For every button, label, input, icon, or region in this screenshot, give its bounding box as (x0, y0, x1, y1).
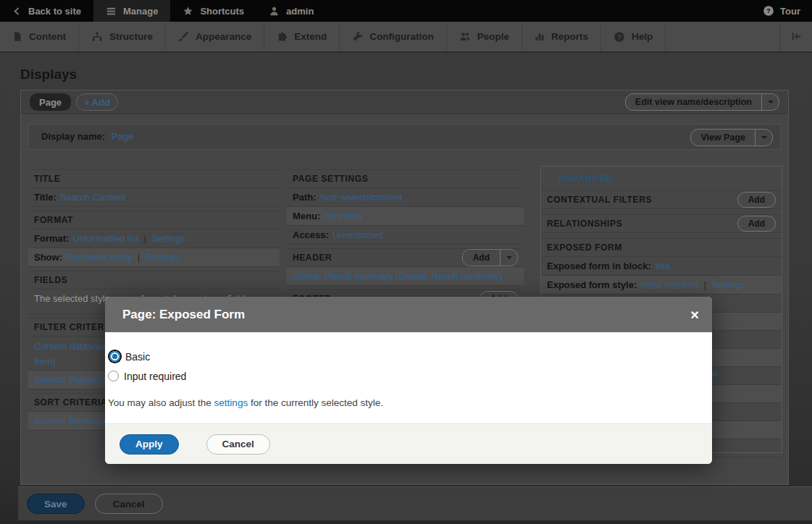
bucket-format: FORMAT Format:Unformatted list|Settings … (28, 211, 280, 267)
display-tab-page[interactable]: Page (30, 93, 71, 111)
show-settings-link[interactable]: Settings (145, 252, 179, 263)
title-link[interactable]: Search Content (60, 192, 125, 203)
menu-item-help[interactable]: ? Help (601, 22, 666, 51)
page-title: Displays (20, 67, 77, 83)
exposed-form-settings-link[interactable]: Settings (711, 279, 745, 290)
view-page-label: View Page (691, 130, 755, 145)
dialog-buttonpane: Apply Cancel (105, 423, 712, 464)
toolbar-tab-manage[interactable]: Manage (93, 0, 170, 22)
apply-button[interactable]: Apply (120, 434, 179, 455)
svg-text:?: ? (617, 33, 621, 41)
menu-label-people: People (477, 31, 509, 42)
menu-item-configuration[interactable]: Configuration (340, 22, 446, 51)
save-button[interactable]: Save (27, 494, 85, 514)
dialog-body: Basic Input required You may also adjust… (105, 332, 712, 423)
menu-link[interactable]: No menu (324, 211, 362, 221)
menu-item-people[interactable]: People (447, 22, 522, 51)
header-add-dropdown[interactable] (500, 250, 517, 266)
wrench-icon (352, 31, 363, 42)
title-row: Title:Search Content (28, 188, 280, 207)
menu-label: Menu: (293, 211, 320, 221)
shortcuts-label: Shortcuts (200, 6, 244, 17)
header-result-summary-row: Global: Result summary (Global: Result s… (287, 267, 524, 286)
radio-input-required-label: Input required (124, 371, 186, 382)
obscured-link-fragment[interactable]: o (712, 368, 717, 379)
bucket-title-header: TITLE (28, 169, 280, 188)
exposed-form-dialog: Page: Exposed Form × Basic Input require… (105, 297, 712, 464)
bar-chart-icon (535, 31, 545, 42)
menu-label-configuration: Configuration (369, 31, 433, 42)
settings-link[interactable]: settings (214, 397, 248, 408)
help-icon: ? (614, 31, 625, 43)
exposed-form-block-link[interactable]: Yes (655, 261, 670, 271)
sitemap-icon (91, 31, 103, 42)
menu-item-extend[interactable]: Extend (264, 22, 340, 51)
svg-text:?: ? (766, 7, 771, 14)
close-icon[interactable]: × (690, 308, 699, 322)
back-to-site-link[interactable]: Back to site (0, 0, 93, 22)
radio-unselected-icon[interactable] (108, 371, 119, 381)
edit-view-name-label: Edit view name/description (626, 94, 761, 110)
back-to-site-label: Back to site (28, 6, 81, 17)
header-add-label[interactable]: Add (463, 250, 500, 266)
exposed-form-style-link[interactable]: Input required (640, 279, 698, 290)
toolbar-tab-admin-user[interactable]: admin (256, 0, 326, 22)
add-display-button[interactable]: +Add (76, 93, 118, 111)
radio-option-basic[interactable]: Basic (108, 347, 698, 365)
show-row: Show:Rendered entity|Settings (28, 248, 280, 267)
menu-item-content[interactable]: Content (0, 22, 79, 51)
dialog-cancel-button[interactable]: Cancel (206, 434, 270, 455)
show-label: Show: (34, 252, 62, 263)
view-page-button[interactable]: View Page (690, 129, 773, 146)
star-icon (183, 6, 193, 17)
note-prefix: You may also adjust the (108, 397, 214, 408)
view-page-dropdown[interactable] (755, 130, 772, 145)
tour-help-icon: ? (763, 5, 774, 17)
dialog-note: You may also adjust the settings for the… (108, 397, 698, 408)
format-settings-link[interactable]: Settings (151, 233, 185, 244)
menu-label-content: Content (29, 31, 66, 42)
hamburger-icon (106, 6, 117, 17)
access-link[interactable]: Unrestricted (332, 229, 383, 240)
exposed-form-style-label: Exposed form style: (547, 279, 637, 290)
bucket-format-header: FORMAT (28, 211, 280, 229)
admin-toolbar-tray: Content Structure Appearance Extend Conf… (0, 22, 812, 53)
toolbar-collapse-button[interactable] (779, 22, 812, 51)
result-summary-link[interactable]: Global: Result summary (Global: Result s… (293, 271, 503, 282)
toolbar-tab-shortcuts[interactable]: Shortcuts (170, 0, 256, 22)
display-tabs-bar: Page +Add Edit view name/description (21, 90, 788, 114)
collapse-left-icon (790, 30, 803, 43)
radio-option-input-required[interactable]: Input required (108, 367, 698, 385)
tour-button[interactable]: ? Tour (751, 0, 812, 22)
admin-user-label: admin (286, 6, 314, 17)
tour-label: Tour (780, 6, 800, 17)
edit-view-dropdown[interactable] (761, 94, 779, 110)
cancel-button[interactable]: Cancel (95, 494, 163, 514)
title-label: Title: (34, 192, 56, 203)
plus-icon: + (84, 97, 90, 108)
radio-selected-icon[interactable] (109, 351, 120, 362)
contextual-filters-add-button[interactable]: Add (737, 192, 776, 208)
display-name-link[interactable]: Page (112, 131, 133, 142)
format-link[interactable]: Unformatted list (72, 233, 138, 244)
dialog-titlebar[interactable]: Page: Exposed Form × (105, 297, 712, 332)
user-icon (269, 6, 280, 17)
bucket-page-settings: PAGE SETTINGS Path:/solr-search/content … (287, 169, 524, 245)
puzzle-icon (277, 31, 288, 42)
menu-item-structure[interactable]: Structure (79, 22, 166, 51)
advanced-toggle[interactable]: ADVANCED (541, 166, 782, 190)
relationships-add-button[interactable]: Add (737, 216, 776, 232)
show-link[interactable]: Rendered entity (66, 252, 133, 263)
menu-item-appearance[interactable]: Appearance (166, 22, 264, 51)
path-link[interactable]: /solr-search/content (320, 192, 403, 203)
header-add-button[interactable]: Add (462, 249, 518, 266)
note-suffix: for the currently selected style. (248, 397, 383, 408)
bucket-exposed-form-header: EXPOSED FORM (541, 238, 782, 257)
display-name-label: Display name: (41, 131, 105, 142)
menu-label-structure: Structure (109, 31, 153, 42)
menu-item-reports[interactable]: Reports (522, 22, 601, 51)
separator: | (704, 279, 706, 290)
bucket-fields-header: FIELDS (28, 271, 280, 290)
sort-relevance-link[interactable]: Search: Relevance (34, 415, 114, 426)
edit-view-name-button[interactable]: Edit view name/description (625, 93, 779, 111)
